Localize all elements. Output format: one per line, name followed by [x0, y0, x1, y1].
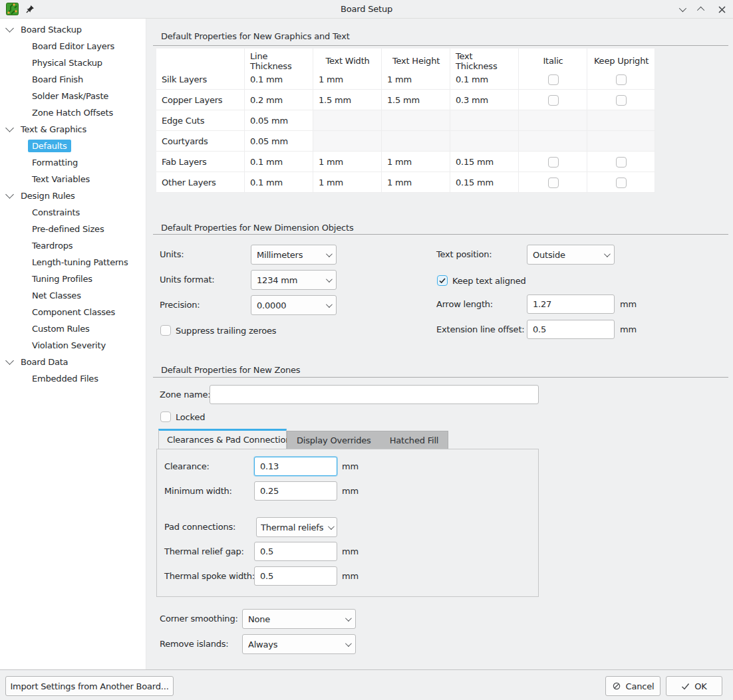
cancel-button[interactable]: Cancel	[605, 676, 660, 696]
sidebar-item-board-editor-layers[interactable]: Board Editor Layers	[0, 38, 146, 55]
units-format-label: Units format:	[160, 270, 215, 290]
thermal-relief-gap-input[interactable]	[254, 542, 337, 561]
cell-other-text-width[interactable]: 1 mm	[313, 172, 382, 193]
cell-silk-text-thickness[interactable]: 0.1 mm	[450, 69, 519, 90]
sidebar-item-defaults[interactable]: Defaults	[0, 138, 146, 154]
cell-fab-line-thickness[interactable]: 0.1 mm	[245, 152, 313, 172]
cell-copper-line-thickness[interactable]: 0.2 mm	[245, 90, 313, 110]
sidebar-item-formatting[interactable]: Formatting	[0, 154, 146, 171]
cell-silk-line-thickness[interactable]: 0.1 mm	[245, 69, 313, 90]
suppress-trailing-zeroes-checkbox[interactable]	[160, 325, 171, 336]
graphics-defaults-table: Line Thickness Text Width Text Height Te…	[156, 49, 655, 193]
close-icon[interactable]	[717, 5, 726, 14]
pad-connections-select[interactable]: Thermal reliefs	[256, 517, 337, 537]
chevron-down-icon	[328, 523, 335, 530]
cell-other-text-thickness[interactable]: 0.15 mm	[450, 172, 519, 193]
import-settings-button[interactable]: Import Settings from Another Board...	[5, 676, 174, 696]
dimensions-section-title: Default Properties for New Dimension Obj…	[161, 223, 354, 233]
section-divider	[153, 377, 728, 378]
text-position-select[interactable]: Outside	[527, 245, 615, 265]
cell-silk-italic	[519, 69, 587, 90]
cell-disabled	[382, 110, 450, 131]
chevron-down-icon[interactable]	[5, 24, 14, 33]
zone-name-input[interactable]	[210, 385, 539, 404]
titlebar: Board Setup	[0, 0, 733, 19]
cell-disabled	[450, 131, 519, 152]
sidebar-item-pre-defined-sizes[interactable]: Pre-defined Sizes	[0, 221, 146, 237]
corner-smoothing-value: None	[248, 614, 343, 624]
sidebar-item-board-data[interactable]: Board Data	[0, 354, 146, 370]
sidebar-item-length-tuning-patterns[interactable]: Length-tuning Patterns	[0, 254, 146, 271]
keep-upright-checkbox[interactable]	[616, 177, 627, 188]
italic-checkbox[interactable]	[548, 157, 559, 168]
sidebar-item-label: Zone Hatch Offsets	[32, 108, 113, 118]
clearance-input[interactable]	[254, 457, 337, 476]
sidebar-item-text-variables[interactable]: Text Variables	[0, 171, 146, 187]
defaults-page: Default Properties for New Graphics and …	[146, 19, 733, 669]
remove-islands-select[interactable]: Always	[242, 634, 356, 654]
thermal-spoke-width-unit: mm	[342, 566, 359, 586]
sidebar-item-text-graphics[interactable]: Text & Graphics	[0, 121, 146, 138]
tab-clearances-pad-connections[interactable]: Clearances & Pad Connections	[158, 429, 287, 449]
sidebar-item-embedded-files[interactable]: Embedded Files	[0, 370, 146, 387]
keep-text-aligned-checkbox[interactable]	[437, 275, 448, 286]
thermal-spoke-width-input[interactable]	[254, 566, 337, 586]
sidebar-item-teardrops[interactable]: Teardrops	[0, 237, 146, 254]
cell-fab-text-height[interactable]: 1 mm	[382, 152, 450, 172]
cell-fab-text-width[interactable]: 1 mm	[313, 152, 382, 172]
italic-checkbox[interactable]	[548, 95, 559, 106]
tab-hatched-fill[interactable]: Hatched Fill	[380, 431, 448, 449]
sidebar-item-violation-severity[interactable]: Violation Severity	[0, 337, 146, 354]
cell-copper-text-height[interactable]: 1.5 mm	[382, 90, 450, 110]
cell-other-text-height[interactable]: 1 mm	[382, 172, 450, 193]
keep-upright-checkbox[interactable]	[616, 157, 627, 168]
sidebar-item-constraints[interactable]: Constraints	[0, 204, 146, 221]
chevron-down-icon[interactable]	[5, 356, 14, 365]
chevron-down-icon[interactable]	[5, 190, 14, 199]
shade-icon[interactable]	[677, 5, 686, 14]
cell-edge-line-thickness[interactable]: 0.05 mm	[245, 110, 313, 131]
cell-copper-text-width[interactable]: 1.5 mm	[313, 90, 382, 110]
cancel-icon	[612, 681, 621, 691]
sidebar-item-physical-stackup[interactable]: Physical Stackup	[0, 55, 146, 71]
cell-copper-text-thickness[interactable]: 0.3 mm	[450, 90, 519, 110]
cell-fab-text-thickness[interactable]: 0.15 mm	[450, 152, 519, 172]
arrow-length-input[interactable]	[527, 294, 615, 314]
extension-line-offset-input[interactable]	[527, 320, 615, 339]
minimum-width-input[interactable]	[254, 481, 337, 501]
unshade-icon[interactable]	[697, 5, 706, 14]
sidebar-item-net-classes[interactable]: Net Classes	[0, 287, 146, 304]
import-settings-label: Import Settings from Another Board...	[10, 681, 168, 691]
locked-checkbox[interactable]	[160, 411, 171, 422]
sidebar-item-board-stackup[interactable]: Board Stackup	[0, 21, 146, 38]
cell-courtyards-line-thickness[interactable]: 0.05 mm	[245, 131, 313, 152]
chevron-down-icon[interactable]	[5, 124, 14, 132]
cell-silk-text-width[interactable]: 1 mm	[313, 69, 382, 90]
keep-upright-checkbox[interactable]	[616, 74, 627, 85]
sidebar-item-zone-hatch-offsets[interactable]: Zone Hatch Offsets	[0, 104, 146, 121]
thermal-spoke-width-label: Thermal spoke width:	[164, 566, 255, 586]
row-label-other-layers: Other Layers	[156, 172, 245, 193]
units-label: Units:	[160, 245, 184, 265]
text-position-label: Text position:	[436, 245, 492, 265]
sidebar-item-tuning-profiles[interactable]: Tuning Profiles	[0, 271, 146, 287]
units-select[interactable]: Millimeters	[251, 245, 337, 265]
tab-display-overrides[interactable]: Display Overrides	[287, 431, 380, 449]
corner-smoothing-select[interactable]: None	[242, 609, 356, 629]
row-label-edge-cuts: Edge Cuts	[156, 110, 245, 131]
sidebar-item-solder-mask-paste[interactable]: Solder Mask/Paste	[0, 88, 146, 104]
precision-select[interactable]: 0.0000	[251, 295, 337, 315]
sidebar-item-label: Board Stackup	[21, 25, 82, 35]
italic-checkbox[interactable]	[548, 74, 559, 85]
ok-button[interactable]: OK	[666, 676, 722, 696]
cell-other-line-thickness[interactable]: 0.1 mm	[245, 172, 313, 193]
sidebar-item-board-finish[interactable]: Board Finish	[0, 71, 146, 88]
italic-checkbox[interactable]	[548, 177, 559, 188]
keep-upright-checkbox[interactable]	[616, 95, 627, 106]
cell-silk-text-height[interactable]: 1 mm	[382, 69, 450, 90]
sidebar-item-component-classes[interactable]: Component Classes	[0, 304, 146, 320]
units-value: Millimeters	[257, 250, 323, 260]
sidebar-item-custom-rules[interactable]: Custom Rules	[0, 320, 146, 337]
sidebar-item-design-rules[interactable]: Design Rules	[0, 187, 146, 204]
units-format-select[interactable]: 1234 mm	[251, 270, 337, 290]
